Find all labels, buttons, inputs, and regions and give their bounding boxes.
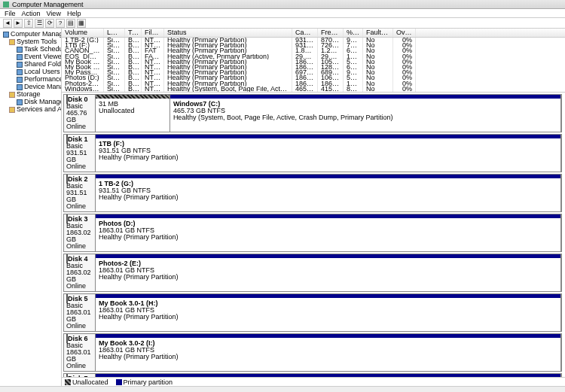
tree-group[interactable]: System Tools — [2, 38, 60, 45]
volume-row[interactable]: Photos-2 (E:)SimpleBasicNTFSHealthy (Pri… — [62, 81, 565, 87]
menu-view[interactable]: View — [47, 10, 61, 17]
forward-button[interactable]: ► — [14, 19, 23, 28]
folder-icon — [9, 39, 15, 45]
help-button[interactable]: ? — [56, 19, 65, 28]
disk-info[interactable]: Disk 3Basic1863.02 GBOnline — [64, 214, 96, 251]
legend-primary-label: Primary partition — [124, 378, 173, 386]
partition[interactable]: 31 MBUnallocated — [96, 95, 170, 132]
volume-row[interactable]: Windows7 (C:)SimpleBasicNTFSHealthy (Sys… — [62, 87, 565, 92]
partition-stripe — [96, 334, 560, 338]
partition-stripe — [96, 374, 560, 377]
tree-item[interactable]: Task Scheduler — [2, 45, 60, 53]
partition-stripe — [96, 294, 560, 298]
col-capacity[interactable]: Capacity — [292, 29, 318, 37]
disk-info[interactable]: Disk 0Basic465.76 GBOnline — [64, 95, 96, 132]
tree-root[interactable]: Computer Management (Local — [2, 30, 60, 38]
disk-info[interactable]: Disk 6Basic1863.01 GBOnline — [64, 334, 96, 371]
volume-row[interactable]: My Book 3.0-2 (I:)SimpleBasicNTFSHealthy… — [62, 65, 565, 70]
col-volume[interactable]: Volume — [62, 29, 104, 37]
back-button[interactable]: ◄ — [3, 19, 12, 28]
partition[interactable]: Photos-2 (E:)1863.01 GB NTFSHealthy (Pri… — [96, 254, 561, 291]
tree-item[interactable]: Performance — [2, 75, 60, 83]
legend: Unallocated Primary partition — [62, 377, 565, 386]
menu-file[interactable]: File — [5, 10, 16, 17]
partition-stripe — [96, 214, 560, 218]
horizontal-scrollbar[interactable] — [0, 386, 565, 392]
disk-info[interactable]: Disk 4Basic1863.02 GBOnline — [64, 254, 96, 291]
legend-unallocated-label: Unallocated — [72, 378, 108, 386]
refresh-button[interactable]: ⟳ — [45, 19, 54, 28]
col-filesystem[interactable]: File System — [142, 29, 164, 37]
partition[interactable]: 1 TB-2 (G:)931.51 GB NTFSHealthy (Primar… — [96, 175, 561, 211]
disk-row[interactable]: Disk 6Basic1863.01 GBOnlineMy Book 3.0-2… — [63, 333, 562, 372]
partition-stripe — [96, 95, 170, 99]
disk-row[interactable]: Disk 4Basic1863.02 GBOnlinePhotos-2 (E:)… — [63, 254, 562, 292]
window-titlebar: Computer Management — [0, 0, 565, 9]
disk-row[interactable]: Disk 0Basic465.76 GBOnline31 MBUnallocat… — [63, 94, 562, 132]
properties-button[interactable]: ☰ — [35, 19, 44, 28]
volume-header[interactable]: Volume Layout Type File System Status Ca… — [62, 29, 565, 38]
col-freespace[interactable]: Free Space — [318, 29, 344, 37]
disk-row[interactable]: Disk 2Basic931.51 GBOnline1 TB-2 (G:)931… — [63, 174, 562, 212]
tree-item[interactable]: Disk Management — [2, 98, 60, 105]
menu-action[interactable]: Action — [22, 10, 41, 17]
col-overhead[interactable]: Overhead — [393, 29, 416, 37]
disk-row[interactable]: Disk 5Basic1863.01 GBOnlineMy Book 3.0-1… — [63, 293, 562, 332]
disk-info[interactable]: Disk 1Basic931.51 GBOnline — [64, 135, 96, 172]
computer-icon — [3, 32, 9, 38]
partition[interactable]: EOS_DIGITAL (K:)29.82 GB FAT32Healthy (A… — [96, 374, 561, 377]
partition-stripe — [96, 135, 560, 138]
disk-row[interactable]: Disk 1Basic931.51 GBOnline1TB (F:)931.51… — [63, 134, 562, 172]
col-type[interactable]: Type — [125, 29, 142, 37]
disk-row[interactable]: Disk 7Removable29.82 GBOnlineEOS_DIGITAL… — [63, 373, 562, 377]
volume-row[interactable]: 1TB (F:)SimpleBasicNTFSHealthy (Primary … — [62, 43, 565, 48]
window-title: Computer Management — [12, 1, 84, 8]
tree-group[interactable]: Services and Applications — [2, 105, 60, 113]
tool-icon — [17, 77, 23, 83]
volume-row[interactable]: CANON_DC (L:)SimpleBasicFATHealthy (Prim… — [62, 48, 565, 53]
tree-group[interactable]: Storage — [2, 90, 60, 98]
partition[interactable]: My Book 3.0-1 (H:)1863.01 GB NTFSHealthy… — [96, 294, 561, 331]
tool-icon — [17, 69, 23, 75]
volume-row[interactable]: 1 TB-2 (G:)SimpleBasicNTFSHealthy (Prima… — [62, 38, 565, 43]
partition-stripe — [170, 95, 560, 99]
tree-item[interactable]: Local Users and Groups — [2, 68, 60, 75]
legend-primary-icon — [116, 379, 122, 385]
tool-icon — [17, 47, 23, 53]
col-status[interactable]: Status — [164, 29, 292, 37]
tree-item[interactable]: Device Manager — [2, 83, 60, 90]
tool-icon — [17, 99, 23, 105]
col-fault[interactable]: Fault Tolerance — [363, 29, 393, 37]
tree-item[interactable]: Shared Folders — [2, 60, 60, 68]
volume-row[interactable]: Photos (D:)SimpleBasicNTFSHealthy (Prima… — [62, 75, 565, 81]
col-layout[interactable]: Layout — [104, 29, 125, 37]
tree-item[interactable]: Event Viewer — [2, 53, 60, 60]
partition[interactable]: Photos (D:)1863.01 GB NTFSHealthy (Prima… — [96, 214, 561, 251]
partition[interactable]: My Book 3.0-2 (I:)1863.01 GB NTFSHealthy… — [96, 334, 561, 371]
tool-icon — [17, 54, 23, 60]
tool-icon — [17, 84, 23, 90]
up-button[interactable]: ⇧ — [24, 19, 33, 28]
legend-unallocated-icon — [65, 379, 71, 385]
partition-stripe — [96, 254, 560, 258]
partition-stripe — [96, 175, 560, 178]
disk-layout-pane[interactable]: Disk 0Basic465.76 GBOnline31 MBUnallocat… — [62, 93, 565, 377]
disk-info[interactable]: Disk 5Basic1863.01 GBOnline — [64, 294, 96, 331]
partition[interactable]: 1TB (F:)931.51 GB NTFSHealthy (Primary P… — [96, 135, 561, 172]
disk-info[interactable]: Disk 2Basic931.51 GBOnline — [64, 175, 96, 211]
partition[interactable]: Windows7 (C:)465.73 GB NTFSHealthy (Syst… — [170, 95, 561, 132]
app-icon — [3, 2, 9, 8]
toolbar: ◄ ► ⇧ ☰ ⟳ ? ▤ ▦ — [0, 18, 565, 29]
col-pctfree[interactable]: % Free — [344, 29, 363, 37]
tool-icon — [17, 62, 23, 68]
nav-tree[interactable]: Computer Management (Local System ToolsT… — [0, 29, 62, 386]
view-list-button[interactable]: ▤ — [66, 19, 75, 28]
volume-row[interactable]: My Book 3.0-1 (H:)SimpleBasicNTFSHealthy… — [62, 59, 565, 65]
disk-row[interactable]: Disk 3Basic1863.02 GBOnlinePhotos (D:)18… — [63, 214, 562, 252]
volume-row[interactable]: My Passport (M:)SimpleBasicNTFSHealthy (… — [62, 70, 565, 75]
folder-icon — [9, 92, 15, 98]
view-detail-button[interactable]: ▦ — [77, 19, 86, 28]
menu-help[interactable]: Help — [67, 10, 81, 17]
volume-row[interactable]: EOS_DIGITAL (K:)SimpleBasicFAT32Healthy … — [62, 54, 565, 59]
volume-list: Volume Layout Type File System Status Ca… — [62, 29, 565, 93]
